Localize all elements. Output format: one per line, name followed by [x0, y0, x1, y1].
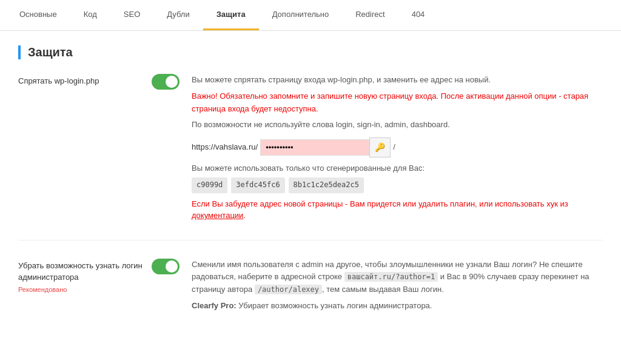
- setting-label-hide-admin-login: Убрать возможность узнать логин админист…: [18, 259, 152, 295]
- doc-link[interactable]: документации: [192, 211, 243, 220]
- tab-zashchita[interactable]: Защита: [203, 0, 259, 30]
- tab-404[interactable]: 404: [398, 0, 438, 30]
- page-content: Защита Спрятать wp-login.php Вы можете с…: [0, 31, 621, 364]
- desc-normal-1: Вы можете спрятать страницу входа wp-log…: [192, 74, 603, 87]
- setting-toggle-area-hide-login: Вы можете спрятать страницу входа wp-log…: [152, 74, 603, 222]
- tab-dubli[interactable]: Дубли: [153, 0, 203, 30]
- tab-kod[interactable]: Код: [70, 0, 110, 30]
- tabs-bar: Основные Код SEO Дубли Защита Дополнител…: [0, 0, 621, 31]
- tab-osnovnye[interactable]: Основные: [6, 0, 70, 30]
- code-pill-1[interactable]: c9099d: [192, 177, 227, 193]
- desc-clearfy-pro: Clearfy Pro: Убирает возможность узнать …: [192, 300, 603, 313]
- generated-label: Вы можете использовать только что сгенер…: [192, 162, 603, 175]
- setting-label-hide-login: Спрятать wp-login.php: [18, 74, 152, 87]
- setting-toggle-area-hide-admin-login: Сменили имя пользователя с admin на друг…: [152, 259, 603, 316]
- toggle-hide-admin-login[interactable]: [152, 259, 180, 274]
- tab-redirect[interactable]: Redirect: [342, 0, 398, 30]
- page-title: Защита: [18, 45, 603, 59]
- toggle-hide-login[interactable]: [152, 74, 180, 90]
- generated-codes-section: Вы можете использовать только что сгенер…: [192, 162, 603, 193]
- clearfy-pro-bold: Clearfy Pro:: [192, 301, 237, 310]
- toggle-wrap-hide-admin-login: [152, 259, 180, 276]
- setting-row-hide-login: Спрятать wp-login.php Вы можете спрятать…: [18, 74, 603, 240]
- url-slash: /: [393, 141, 395, 154]
- url-base: https://vahslava.ru/: [192, 141, 258, 154]
- code-pill-3[interactable]: 8b1c1c2e5dea2c5: [289, 177, 364, 193]
- setting-row-hide-admin-login: Убрать возможность узнать логин админист…: [18, 259, 603, 334]
- code-pill-2[interactable]: 3efdc45fc6: [231, 177, 284, 193]
- url-input-row: https://vahslava.ru/ 🔑 /: [192, 137, 603, 157]
- setting-description-hide-login: Вы можете спрятать страницу входа wp-log…: [192, 74, 603, 222]
- desc-red-1: Важно! Обязательно запомните и запишите …: [192, 90, 603, 116]
- code-pills: c9099d 3efdc45fc6 8b1c1c2e5dea2c5: [192, 177, 603, 193]
- desc-admin-1: Сменили имя пользователя с admin на друг…: [192, 259, 603, 296]
- tab-dopolnitelno[interactable]: Дополнительно: [259, 0, 343, 30]
- desc-warning: Если Вы забудете адрес новой страницы - …: [192, 198, 603, 222]
- recommended-badge: Рекомендовано: [18, 285, 152, 295]
- inline-code-2: /author/alexey: [255, 285, 322, 294]
- desc-gray-1: По возможности не используйте слова logi…: [192, 119, 603, 131]
- inline-code-1: вашсайт.ru/?author=1: [344, 272, 438, 282]
- tab-seo[interactable]: SEO: [110, 0, 153, 30]
- setting-description-hide-admin-login: Сменили имя пользователя с admin на друг…: [192, 259, 603, 316]
- toggle-wrap-hide-login: [152, 74, 180, 91]
- key-icon[interactable]: 🔑: [369, 137, 391, 157]
- url-input[interactable]: [260, 139, 369, 156]
